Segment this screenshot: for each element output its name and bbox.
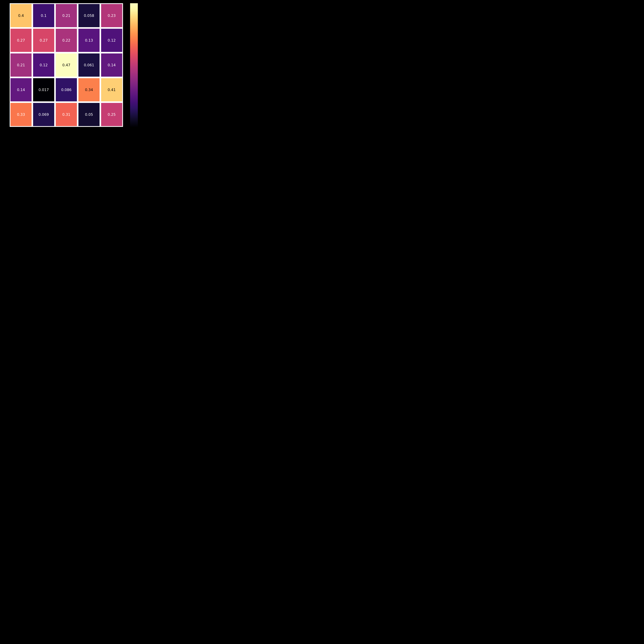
- heatmap-cell: 0.21: [55, 3, 78, 28]
- heatmap-cell: 0.34: [78, 77, 100, 102]
- heatmap-cell: 0.21: [10, 53, 32, 77]
- heatmap-cell: 0.27: [10, 28, 32, 53]
- heatmap-cell: 0.31: [55, 102, 78, 127]
- colorbar: [130, 3, 138, 127]
- heatmap-cell: 0.4: [10, 3, 32, 28]
- heatmap-cell: 0.25: [100, 102, 123, 127]
- heatmap-cell: 0.05: [78, 102, 100, 127]
- heatmap-cell: 0.12: [100, 28, 123, 53]
- heatmap-cell: 0.47: [55, 53, 78, 77]
- heatmap-cell: 0.086: [55, 77, 78, 102]
- heatmap-cell: 0.017: [32, 77, 55, 102]
- heatmap-cell: 0.058: [78, 3, 100, 28]
- figure: 0.40.10.210.0580.230.270.270.220.130.120…: [0, 0, 155, 130]
- heatmap-cell: 0.33: [10, 102, 32, 127]
- heatmap-cell: 0.22: [55, 28, 78, 53]
- heatmap-cell: 0.12: [32, 53, 55, 77]
- heatmap-cell: 0.1: [32, 3, 55, 28]
- heatmap-cell: 0.27: [32, 28, 55, 53]
- heatmap-cell: 0.061: [78, 53, 100, 77]
- heatmap-axes: 0.40.10.210.0580.230.270.270.220.130.120…: [10, 3, 123, 127]
- heatmap-cell: 0.41: [100, 77, 123, 102]
- heatmap-cell: 0.14: [10, 77, 32, 102]
- colorbar-gradient: [130, 3, 138, 127]
- heatmap-cell: 0.23: [100, 3, 123, 28]
- heatmap-cell: 0.069: [32, 102, 55, 127]
- heatmap-cell: 0.13: [78, 28, 100, 53]
- heatmap-grid: 0.40.10.210.0580.230.270.270.220.130.120…: [10, 3, 123, 127]
- heatmap-cell: 0.14: [100, 53, 123, 77]
